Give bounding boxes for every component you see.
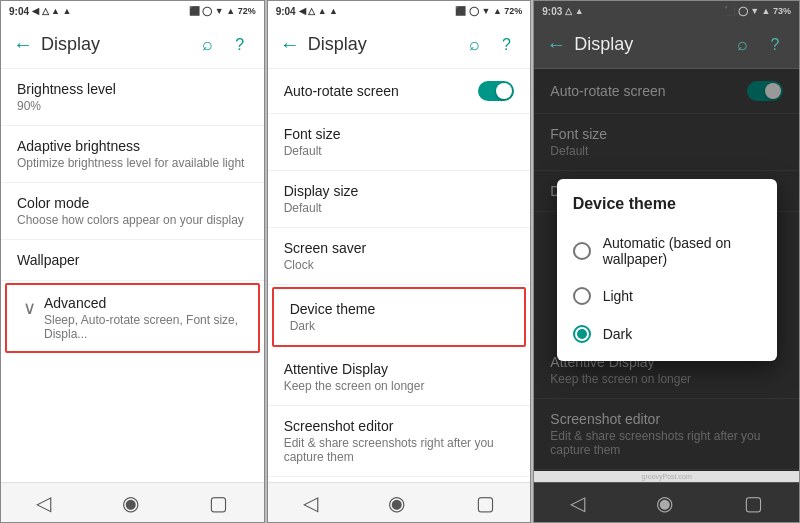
battery-icons-1: ⬛ ◯ ▼ ▲ 72%: [189, 6, 256, 16]
brightness-level-title: Brightness level: [17, 81, 248, 97]
device-theme-dialog: Device theme Automatic (based on wallpap…: [557, 179, 777, 361]
watermark: groovyPost.com: [534, 471, 799, 482]
nav-bar-3: ◁ ◉ ▢: [534, 482, 799, 522]
time-3: 9:03: [542, 6, 562, 17]
color-mode-item[interactable]: Color mode Choose how colors appear on y…: [1, 183, 264, 240]
back-nav-icon-1[interactable]: ◁: [36, 491, 51, 515]
top-bar-2: ← Display ⌕ ?: [268, 21, 531, 69]
status-icons-1: ◀ △ ▲ ▲: [32, 6, 71, 16]
status-right-3: ⬛ ◯ ▼ ▲ 73%: [724, 6, 791, 16]
back-nav-icon-3[interactable]: ◁: [570, 491, 585, 515]
brightness-level-sub: 90%: [17, 99, 248, 113]
dialog-option-automatic[interactable]: Automatic (based on wallpaper): [557, 225, 777, 277]
search-icon-2[interactable]: ⌕: [462, 33, 486, 57]
status-right-2: ⬛ ◯ ▼ ▲ 72%: [455, 6, 522, 16]
back-button-1[interactable]: ←: [13, 33, 33, 56]
top-bar-1: ← Display ⌕ ?: [1, 21, 264, 69]
recents-nav-icon-1[interactable]: ▢: [209, 491, 228, 515]
color-mode-sub: Choose how colors appear on your display: [17, 213, 248, 227]
status-icons-3: △ ▲: [565, 6, 583, 16]
back-button-3[interactable]: ←: [546, 33, 566, 56]
radio-automatic: [573, 242, 591, 260]
help-icon-1[interactable]: ?: [228, 33, 252, 57]
panel-1: 9:04 ◀ △ ▲ ▲ ⬛ ◯ ▼ ▲ 72% ← Display ⌕ ? B…: [0, 0, 265, 523]
panel-2-content: Auto-rotate screen Font size Default Dis…: [268, 69, 531, 482]
display-size-item[interactable]: Display size Default: [268, 171, 531, 228]
nav-bar-1: ◁ ◉ ▢: [1, 482, 264, 522]
time-1: 9:04: [9, 6, 29, 17]
brightness-level-item[interactable]: Brightness level 90%: [1, 69, 264, 126]
dialog-option-automatic-label: Automatic (based on wallpaper): [603, 235, 761, 267]
adaptive-brightness-title: Adaptive brightness: [17, 138, 248, 154]
advanced-item[interactable]: ∨ Advanced Sleep, Auto-rotate screen, Fo…: [7, 285, 258, 351]
attentive-display-sub: Keep the screen on longer: [284, 379, 515, 393]
page-title-1: Display: [41, 34, 188, 55]
status-icons-2: ◀ △ ▲ ▲: [299, 6, 338, 16]
auto-rotate-row[interactable]: Auto-rotate screen: [268, 69, 531, 114]
screenshot-editor-title: Screenshot editor: [284, 418, 515, 434]
home-nav-icon-2[interactable]: ◉: [388, 491, 405, 515]
dialog-overlay[interactable]: Device theme Automatic (based on wallpap…: [534, 69, 799, 471]
recents-nav-icon-3[interactable]: ▢: [744, 491, 763, 515]
auto-rotate-toggle[interactable]: [478, 81, 514, 101]
display-size-title: Display size: [284, 183, 515, 199]
battery-icons-3: ⬛ ◯ ▼ ▲ 73%: [724, 6, 791, 16]
device-theme-item[interactable]: Device theme Dark: [274, 289, 525, 345]
home-nav-icon-1[interactable]: ◉: [122, 491, 139, 515]
panel-1-content: Brightness level 90% Adaptive brightness…: [1, 69, 264, 482]
screen-saver-item[interactable]: Screen saver Clock: [268, 228, 531, 285]
dialog-option-dark[interactable]: Dark: [557, 315, 777, 353]
screenshot-editor-sub: Edit & share screenshots right after you…: [284, 436, 515, 464]
font-size-sub: Default: [284, 144, 515, 158]
device-theme-highlight: Device theme Dark: [272, 287, 527, 347]
search-icon-1[interactable]: ⌕: [196, 33, 220, 57]
battery-icons-2: ⬛ ◯ ▼ ▲ 72%: [455, 6, 522, 16]
radio-dark-fill: [577, 329, 587, 339]
advanced-highlight-box: ∨ Advanced Sleep, Auto-rotate screen, Fo…: [5, 283, 260, 353]
top-bar-3: ← Display ⌕ ?: [534, 21, 799, 69]
status-bar-3: 9:03 △ ▲ ⬛ ◯ ▼ ▲ 73%: [534, 1, 799, 21]
adaptive-brightness-item[interactable]: Adaptive brightness Optimize brightness …: [1, 126, 264, 183]
color-mode-title: Color mode: [17, 195, 248, 211]
search-icon-3[interactable]: ⌕: [731, 33, 755, 57]
device-theme-sub: Dark: [290, 319, 509, 333]
status-bar-1: 9:04 ◀ △ ▲ ▲ ⬛ ◯ ▼ ▲ 72%: [1, 1, 264, 21]
status-left-2: 9:04 ◀ △ ▲ ▲: [276, 6, 338, 17]
font-size-title: Font size: [284, 126, 515, 142]
page-title-2: Display: [308, 34, 455, 55]
advanced-content: Advanced Sleep, Auto-rotate screen, Font…: [44, 295, 242, 341]
status-bar-2: 9:04 ◀ △ ▲ ▲ ⬛ ◯ ▼ ▲ 72%: [268, 1, 531, 21]
radio-dark: [573, 325, 591, 343]
radio-light: [573, 287, 591, 305]
help-icon-3[interactable]: ?: [763, 33, 787, 57]
back-nav-icon-2[interactable]: ◁: [303, 491, 318, 515]
display-size-sub: Default: [284, 201, 515, 215]
chevron-down-icon: ∨: [23, 297, 36, 319]
panel-3: 9:03 △ ▲ ⬛ ◯ ▼ ▲ 73% ← Display ⌕ ? Auto-…: [533, 0, 800, 523]
dialog-option-light[interactable]: Light: [557, 277, 777, 315]
status-left-3: 9:03 △ ▲: [542, 6, 583, 17]
recents-nav-icon-2[interactable]: ▢: [476, 491, 495, 515]
panel-2: 9:04 ◀ △ ▲ ▲ ⬛ ◯ ▼ ▲ 72% ← Display ⌕ ? A…: [267, 0, 532, 523]
screenshot-editor-item[interactable]: Screenshot editor Edit & share screensho…: [268, 406, 531, 477]
home-nav-icon-3[interactable]: ◉: [656, 491, 673, 515]
attentive-display-item[interactable]: Attentive Display Keep the screen on lon…: [268, 349, 531, 406]
wallpaper-title: Wallpaper: [17, 252, 248, 268]
auto-rotate-label: Auto-rotate screen: [284, 83, 399, 99]
panel-3-wrapper: Auto-rotate screen Font size Default Dis…: [534, 69, 799, 471]
adaptive-brightness-sub: Optimize brightness level for available …: [17, 156, 248, 170]
status-right-1: ⬛ ◯ ▼ ▲ 72%: [189, 6, 256, 16]
font-size-item[interactable]: Font size Default: [268, 114, 531, 171]
back-button-2[interactable]: ←: [280, 33, 300, 56]
status-left-1: 9:04 ◀ △ ▲ ▲: [9, 6, 71, 17]
attentive-display-title: Attentive Display: [284, 361, 515, 377]
wallpaper-item[interactable]: Wallpaper: [1, 240, 264, 281]
advanced-sub: Sleep, Auto-rotate screen, Font size, Di…: [44, 313, 242, 341]
advanced-title: Advanced: [44, 295, 242, 311]
dialog-option-dark-label: Dark: [603, 326, 633, 342]
page-title-3: Display: [574, 34, 723, 55]
device-theme-title: Device theme: [290, 301, 509, 317]
screen-saver-title: Screen saver: [284, 240, 515, 256]
dialog-option-light-label: Light: [603, 288, 633, 304]
help-icon-2[interactable]: ?: [494, 33, 518, 57]
